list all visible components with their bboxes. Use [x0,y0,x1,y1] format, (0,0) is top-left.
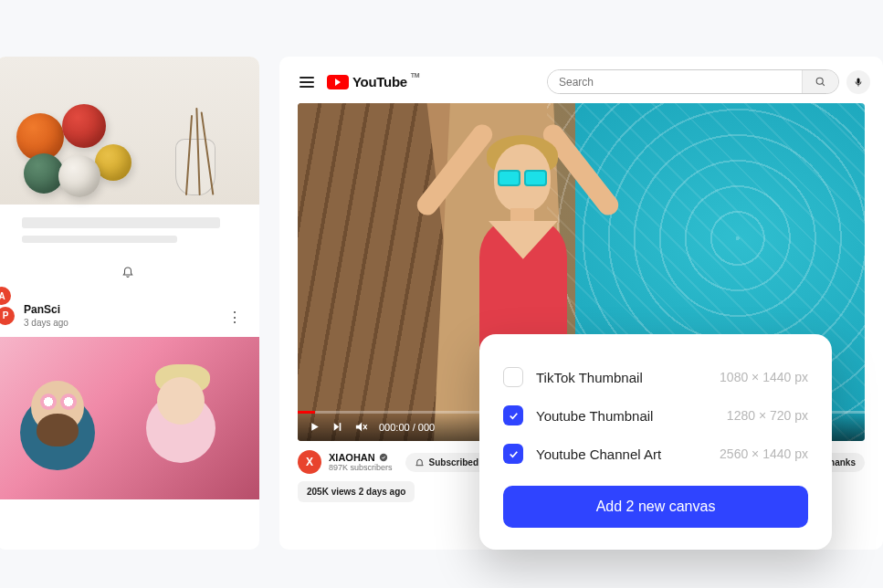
canvas-size-popup: TikTok Thumbnail 1080 × 1440 px Youtube … [479,334,832,550]
left-feed-card: A P PanSci 3 days ago ⋮ [0,57,259,550]
subscribed-label: Subscribed [429,457,478,467]
option-tiktok-thumbnail[interactable]: TikTok Thumbnail 1080 × 1440 px [503,358,808,396]
channel-name[interactable]: XIAOHAN [329,452,393,463]
svg-line-1 [822,83,825,86]
checkbox-checked-icon[interactable] [503,444,523,464]
skeleton-lines [0,205,259,259]
svg-marker-7 [356,423,362,432]
bell-icon [415,457,425,467]
mic-icon [853,77,864,88]
subscriber-count: 897K subscribers [329,463,393,472]
option-dims: 1080 × 1440 px [720,370,808,384]
checkbox-checked-icon[interactable] [503,405,523,425]
search-button[interactable] [802,70,838,93]
checkbox-unchecked-icon[interactable] [503,367,523,387]
views-info: 205K views 2 days ago [298,481,415,502]
notification-bell-icon[interactable] [0,259,259,294]
option-label: Youtube Channel Art [536,446,661,462]
trademark-text: TM [411,72,420,79]
menu-icon[interactable] [300,74,314,90]
pansci-timestamp: 3 days ago [24,318,68,328]
play-icon[interactable] [309,421,321,433]
add-canvas-button[interactable]: Add 2 new canvas [503,486,808,528]
pansci-row[interactable]: P PanSci 3 days ago ⋮ [0,294,259,337]
left-hero-image [0,57,259,205]
option-label: Youtube Thumbnail [536,408,653,424]
svg-marker-5 [334,423,339,431]
youtube-logo[interactable]: YouTube TM [327,74,419,89]
youtube-brand-text: YouTube [352,74,407,89]
option-youtube-thumbnail[interactable]: Youtube Thumbnail 1280 × 720 px [503,396,808,435]
video-time: 000:00 / 000 [379,422,435,433]
next-icon[interactable] [331,421,343,433]
svg-marker-4 [311,423,319,431]
youtube-play-icon [327,75,349,89]
left-bottom-image [0,337,259,499]
search-icon [815,76,826,88]
verified-icon [379,453,388,462]
pansci-channel-name: PanSci [24,303,68,316]
svg-rect-6 [340,423,342,431]
avatar-p: P [0,307,15,325]
svg-rect-2 [857,78,860,83]
search-input[interactable] [548,70,802,93]
channel-avatar[interactable]: X [298,450,321,474]
option-label: TikTok Thumbnail [536,370,643,385]
option-dims: 1280 × 720 px [727,408,808,423]
more-icon[interactable]: ⋮ [227,309,241,326]
option-youtube-channel-art[interactable]: Youtube Channel Art 2560 × 1440 px [503,435,808,473]
search-box [547,69,839,94]
mic-button[interactable] [846,70,870,94]
svg-point-0 [816,78,823,84]
option-dims: 2560 × 1440 px [720,446,808,461]
mute-icon[interactable] [354,420,368,434]
